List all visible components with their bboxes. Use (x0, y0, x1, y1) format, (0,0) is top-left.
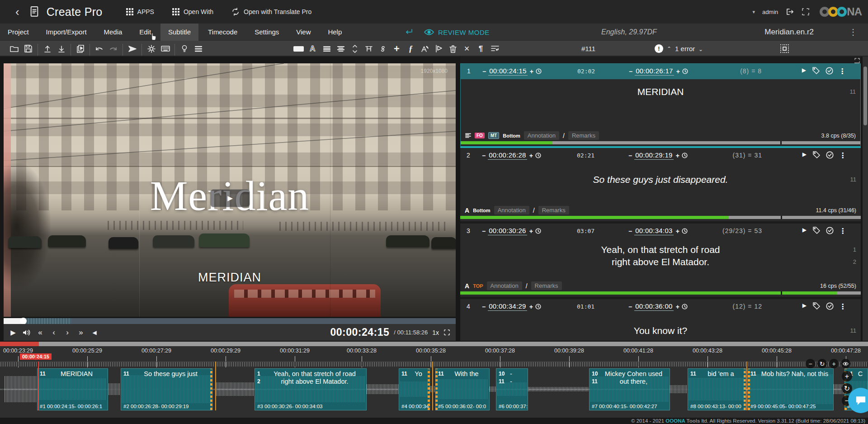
entry-text-area[interactable]: MERIDIAN 11 (461, 79, 860, 130)
timeline-subtitle-block-6[interactable]: 1011 -- #6 00:00:37: (496, 368, 528, 410)
scrollbar-thumb[interactable] (863, 67, 867, 125)
menu-item-help[interactable]: Help (320, 24, 349, 41)
tc-in-clock-icon[interactable] (535, 304, 541, 310)
subtitle-entry-4[interactable]: 4 − 00:00:34:29 + 01:01 − 00:00:36:00 + … (460, 299, 861, 341)
tc-in-minus-button[interactable]: − (482, 228, 486, 235)
timeline[interactable]: 00:00:23:29 00:00:25:29 00:00:27:29 00:0… (0, 341, 868, 419)
play-overlay-button[interactable]: ▶ (210, 189, 250, 207)
tc-out-minus-button[interactable]: − (628, 303, 632, 310)
entry-duration[interactable]: 03:07 (577, 228, 594, 234)
entry-approve-icon[interactable] (826, 151, 834, 159)
prev-subtitle-button[interactable]: ‹ (47, 328, 61, 337)
tc-out-plus-button[interactable]: + (676, 228, 679, 235)
cue-flag-icon[interactable] (432, 41, 446, 57)
play-button[interactable]: ▶ (6, 329, 20, 337)
tc-out-minus-button[interactable]: − (629, 68, 632, 75)
error-prev-icon[interactable]: ⌃ (667, 46, 671, 52)
list-expand-icon[interactable] (854, 58, 860, 63)
timeline-refresh-button[interactable]: ↻ (817, 359, 827, 368)
vertical-align-icon[interactable] (348, 41, 362, 57)
tc-in-clock-icon[interactable] (535, 228, 541, 234)
subtitle-text-line[interactable]: MERIDIAN (461, 79, 860, 98)
open-with-translate-button[interactable]: Open with Translate Pro (231, 8, 311, 16)
tc-in-minus-button[interactable]: − (482, 68, 486, 75)
entry-kebab-icon[interactable]: ⋮ (839, 151, 846, 160)
entry-tag-icon[interactable] (813, 227, 820, 234)
entry-text-area[interactable]: Yeah, on that stretch of road right abov… (460, 239, 861, 280)
tc-in-minus-button[interactable]: − (482, 152, 486, 159)
entry-approve-icon[interactable] (826, 302, 834, 310)
entry-play-icon[interactable]: ▶ (802, 67, 806, 73)
tc-in-clock-icon[interactable] (536, 68, 542, 74)
annotation-tab[interactable]: Annotation (487, 281, 522, 290)
send-icon[interactable] (125, 41, 139, 57)
collapse-arrow-icon[interactable] (405, 28, 414, 36)
menu-item-timecode[interactable]: Timecode (200, 24, 245, 41)
timeline-subtitle-block-5[interactable]: 11 With the #5 00:00:36:02- 00:0 (435, 368, 490, 410)
tc-in-value[interactable]: 00:00:24:15 (488, 67, 528, 76)
entry-text-area[interactable]: You know it? 11 (460, 314, 861, 341)
menu-item-view[interactable]: View (288, 24, 318, 41)
align-justify-icon[interactable] (320, 41, 334, 57)
tc-in-value[interactable]: 00:00:26:28 (488, 151, 527, 160)
tc-out-minus-button[interactable]: − (628, 228, 632, 235)
next-subtitle-button[interactable]: › (61, 328, 74, 337)
tc-out-plus-button[interactable]: + (676, 303, 679, 310)
tc-out-value[interactable]: 00:00:36:00 (634, 302, 674, 311)
remarks-tab[interactable]: Remarks (531, 281, 562, 290)
error-next-icon[interactable]: ⌃ (698, 46, 703, 52)
shortcuts-keyboard-icon[interactable] (158, 41, 172, 57)
fullscreen-icon[interactable] (802, 8, 810, 16)
tc-out-value[interactable]: 00:00:26:17 (635, 67, 674, 76)
layout-grid-icon[interactable] (780, 44, 789, 53)
user-menu-caret-icon[interactable]: ▾ (752, 9, 755, 15)
logout-icon[interactable] (785, 7, 794, 16)
tc-in-minus-button[interactable]: − (482, 303, 486, 310)
apps-button[interactable]: APPS (126, 8, 154, 15)
playback-speed[interactable]: 1x (432, 329, 439, 336)
entry-play-icon[interactable]: ▶ (802, 151, 807, 157)
outline-text-icon[interactable]: A (306, 41, 320, 57)
delete-trash-icon[interactable] (446, 41, 460, 57)
entry-tag-icon[interactable] (812, 67, 820, 74)
tc-out-clock-icon[interactable] (682, 152, 688, 158)
timeline-vzoom-in-button[interactable]: + (842, 371, 852, 381)
hint-bulb-icon[interactable] (177, 41, 191, 57)
annotation-tab[interactable]: Annotation (524, 131, 559, 140)
position-label[interactable]: Bottom (473, 208, 491, 213)
align-center-icon[interactable] (334, 41, 348, 57)
timeline-visibility-button[interactable] (841, 359, 850, 368)
tc-in-plus-button[interactable]: + (529, 152, 533, 159)
export-icon[interactable] (54, 41, 68, 57)
timeline-zoom-out-button[interactable]: − (806, 359, 815, 368)
navigator-viewport[interactable] (0, 342, 39, 346)
timeline-subtitle-block-2[interactable]: 11 So these guys just #2 00:00:26:28- 00… (121, 368, 212, 410)
tc-in-plus-button[interactable]: + (529, 303, 533, 310)
position-label[interactable]: Bottom (503, 133, 520, 138)
add-subtitle-icon[interactable]: + (390, 41, 404, 57)
menu-kebab-icon[interactable]: ⋮ (849, 24, 857, 41)
pilcrow-icon[interactable]: ¶ (474, 41, 488, 57)
entry-duration[interactable]: 01:01 (577, 303, 594, 310)
player-fullscreen-icon[interactable] (443, 329, 450, 336)
entry-play-icon[interactable]: ▶ (802, 302, 807, 309)
jump-end-button[interactable]: » (74, 328, 88, 337)
entry-approve-icon[interactable] (826, 67, 833, 75)
jump-start-button[interactable]: « (33, 328, 47, 337)
subtitle-entry-1[interactable]: 1 − 00:00:24:15 + 02:02 − 00:00:26:17 + … (460, 63, 861, 148)
box-style-icon[interactable] (292, 41, 306, 57)
tc-out-clock-icon[interactable] (682, 228, 688, 234)
subtitle-text-line[interactable]: right above El Matador. (460, 256, 861, 268)
subtitle-text-line[interactable]: Yeah, on that stretch of road (460, 239, 861, 256)
subtitle-text-line[interactable]: You know it? (460, 314, 861, 337)
timeline-subtitle-block-8[interactable]: 11 bid 'em a #8 00:00:43:13- 00:00 (688, 368, 746, 410)
undo-icon[interactable] (92, 41, 106, 57)
entry-kebab-icon[interactable]: ⋮ (839, 67, 846, 76)
entry-text-area[interactable]: So these guys just disappeared. 11 (460, 163, 861, 205)
timeline-subtitle-block-1[interactable]: 11 MERIDIAN #1 00:00:24:15- 00:00:26:1 (37, 368, 108, 410)
save-icon[interactable] (21, 41, 35, 57)
error-count-label[interactable]: 1 error (675, 45, 695, 52)
link-chain-icon[interactable] (376, 41, 390, 57)
entry-tag-icon[interactable] (813, 302, 820, 310)
import-icon[interactable] (40, 41, 54, 57)
